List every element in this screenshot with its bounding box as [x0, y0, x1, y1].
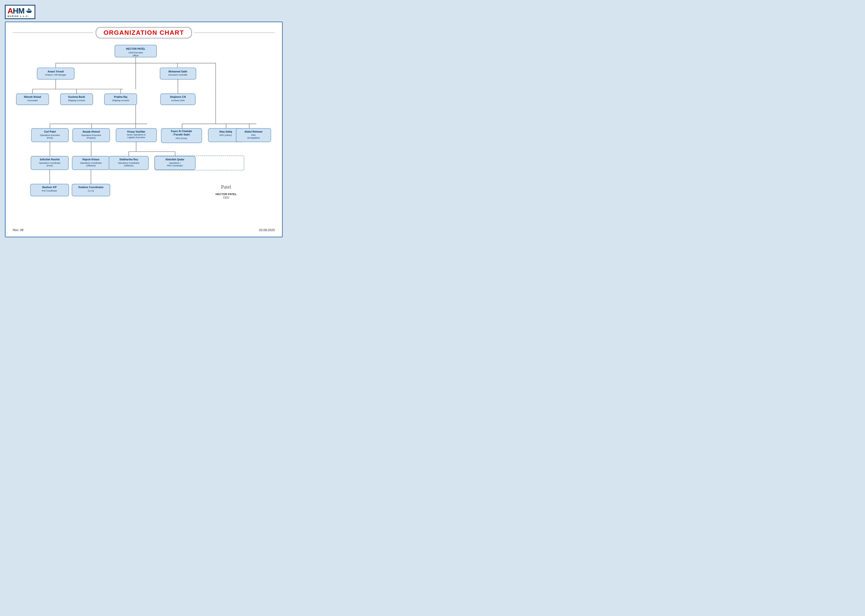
- svg-text:Abdullah Qadar: Abdullah Qadar: [165, 158, 184, 161]
- svg-text:Nilzeek Nislad: Nilzeek Nislad: [24, 95, 41, 98]
- svg-text:Awaab Ahmed: Awaab Ahmed: [82, 130, 100, 133]
- svg-text:Officer: Officer: [133, 54, 139, 57]
- abdullah-node: Abdullah Qadar Operations / PRO Coordina…: [155, 156, 195, 170]
- svg-text:(Offshore): (Offshore): [86, 165, 96, 167]
- svg-text:Operations Coordinator: Operations Coordinator: [118, 162, 140, 164]
- svg-text:Basheer KP: Basheer KP: [42, 186, 57, 189]
- rajesh-node: Rajesh Khiara Operations Coordinator (Of…: [72, 156, 110, 170]
- svg-text:Fayez Al Chahabi: Fayez Al Chahabi: [171, 130, 192, 133]
- siddhartha-node: Siddhartha Roy Operations Coordinator (O…: [109, 156, 148, 170]
- svg-text:Siddhartha Roy: Siddhartha Roy: [120, 158, 138, 161]
- anant-node: Anant Trivedi Finance / HR Manager: [37, 68, 74, 79]
- svg-text:Archives Clerk: Archives Clerk: [171, 99, 184, 102]
- svg-text:Alaa Sallaj: Alaa Sallaj: [219, 130, 232, 133]
- fayez-node: Fayez Al Chahabi / Farokh Sadri PRO (Por…: [161, 129, 202, 143]
- svg-text:Logistics Executive: Logistics Executive: [128, 136, 145, 138]
- logo-text: AHM: [8, 6, 24, 16]
- prabha-node: Prabha Raj Shipping Accounts: [104, 94, 137, 105]
- shajimon-node: Shajimon CN Archives Clerk: [161, 94, 195, 105]
- awaab-node: Awaab Ahmed Operations Executive (Projec…: [73, 129, 110, 142]
- title-line-left: [13, 33, 93, 33]
- svg-text:Anant Trivedi: Anant Trivedi: [47, 70, 64, 73]
- safiullah-node: Safiullah Rashid Operations Coordinator …: [31, 156, 68, 170]
- svg-text:Accountant: Accountant: [27, 99, 38, 102]
- svg-text:Outdoor Coordinator: Outdoor Coordinator: [78, 186, 104, 189]
- sushma-node: Sushma Barik Shipping Accounts: [60, 94, 93, 105]
- title-line-right: [194, 33, 275, 33]
- chart-title: ORGANIZATION CHART: [104, 29, 184, 36]
- logo-ship-icon: ⛴: [26, 7, 33, 15]
- ceo-title: Chief Executive: [128, 52, 143, 54]
- svg-text:Virasp Vazifdar: Virasp Vazifdar: [127, 130, 145, 133]
- rev-label: Rev. 08: [13, 228, 24, 232]
- svg-text:(1,2,3): (1,2,3): [88, 190, 94, 192]
- nilzeek-node: Nilzeek Nislad Accountant: [16, 94, 49, 105]
- ceo-node: HECTOR PATEL Chief Executive Officer: [115, 45, 157, 57]
- carl-node: Carl Patel Operations Executive (Ports): [32, 129, 68, 142]
- sig-title: CEO: [223, 196, 229, 199]
- svg-text:Abdul Rehman: Abdul Rehman: [244, 130, 263, 133]
- svg-text:PRO: PRO: [251, 134, 256, 137]
- outdoor-node: Outdoor Coordinator (1,2,3): [72, 184, 110, 196]
- abdul-node: Abdul Rehman PRO (Immigration): [236, 129, 271, 142]
- svg-text:Safiullah Rashid: Safiullah Rashid: [40, 158, 60, 161]
- svg-text:(Ports): (Ports): [47, 137, 53, 139]
- svg-text:Operations Coordinator: Operations Coordinator: [39, 162, 61, 164]
- svg-text:Rajesh Khiara: Rajesh Khiara: [82, 158, 99, 161]
- logo-area: AHM ⛴ MARINE L.L.C.: [5, 5, 283, 19]
- chart-title-box: ORGANIZATION CHART: [96, 27, 192, 38]
- svg-text:Port Coordinator: Port Coordinator: [42, 190, 57, 192]
- chart-container: ORGANIZATION CHART .nd rect { fill: #cfe…: [5, 22, 283, 237]
- svg-text:(Immigration): (Immigration): [247, 137, 260, 139]
- svg-text:Carl Patel: Carl Patel: [44, 130, 56, 133]
- svg-text:Prabha Raj: Prabha Raj: [114, 95, 128, 98]
- svg-text:Senior Operations &: Senior Operations &: [127, 134, 146, 136]
- svg-text:/ Farokh Sadri: / Farokh Sadri: [173, 133, 190, 136]
- svg-text:Operations /: Operations /: [169, 162, 181, 164]
- svg-text:Finance / HR Manager: Finance / HR Manager: [45, 74, 66, 76]
- svg-text:Shipping Accounts: Shipping Accounts: [112, 99, 129, 102]
- svg-text:PRO (Ports): PRO (Ports): [176, 137, 187, 140]
- svg-text:Shajimon CN: Shajimon CN: [170, 95, 186, 98]
- logo-box: AHM ⛴ MARINE L.L.C.: [5, 5, 35, 19]
- svg-text:Shipping Accounts: Shipping Accounts: [68, 99, 85, 102]
- svg-text:(Projects): (Projects): [87, 137, 96, 139]
- svg-text:Operations Coordinator: Operations Coordinator: [80, 162, 102, 164]
- svg-text:Operations Executive: Operations Executive: [40, 134, 60, 137]
- signature: Patel: [221, 184, 231, 190]
- chart-title-row: ORGANIZATION CHART: [13, 27, 275, 38]
- footer: Rev. 08 03.08.2020: [13, 227, 275, 232]
- svg-text:Operations Executive: Operations Executive: [81, 134, 101, 137]
- basheer-node: Basheer KP Port Coordinator: [30, 184, 69, 196]
- footer-date: 03.08.2020: [259, 228, 275, 232]
- svg-text:Sushma Barik: Sushma Barik: [68, 95, 85, 98]
- svg-text:Document Controller: Document Controller: [168, 74, 187, 76]
- svg-text:PRO Coordinator: PRO Coordinator: [167, 165, 183, 167]
- svg-text:PRO (Admin): PRO (Admin): [219, 134, 232, 137]
- svg-text:Mohamed Salih: Mohamed Salih: [169, 70, 187, 73]
- svg-text:(Offshore): (Offshore): [124, 165, 133, 167]
- virasp-node: Virasp Vazifdar Senior Operations & Logi…: [116, 129, 157, 142]
- sig-name: HECTOR PATEL: [216, 193, 237, 196]
- mohamed-node: Mohamed Salih Document Controller: [160, 68, 196, 79]
- ceo-name: HECTOR PATEL: [126, 47, 145, 50]
- logo-subtitle: MARINE L.L.C.: [8, 15, 33, 17]
- svg-text:(Ports): (Ports): [47, 165, 53, 167]
- org-chart-svg: .nd rect { fill: #cfe2f3; stroke: #4a7fb…: [13, 43, 275, 223]
